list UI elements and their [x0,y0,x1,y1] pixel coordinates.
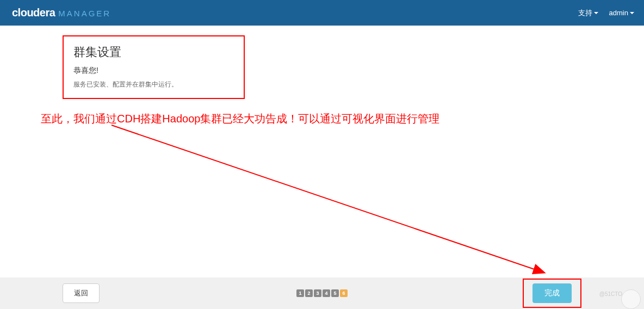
annotation-text: 至此，我们通过CDH搭建Hadoop集群已经大功告成！可以通过可视化界面进行管理 [41,112,439,126]
support-menu[interactable]: 支持 [578,8,598,18]
support-label: 支持 [578,8,592,18]
brand-sub-text: MANAGER [58,9,111,18]
step-4[interactable]: 4 [323,289,330,297]
step-1[interactable]: 1 [296,289,304,297]
caret-down-icon [630,12,634,14]
setup-panel: 群集设置 恭喜您! 服务已安装、配置并在群集中运行。 [63,35,245,99]
step-6[interactable]: 6 [340,289,348,297]
back-button[interactable]: 返回 [63,283,100,303]
finish-highlight: 完成 [523,279,581,308]
step-2[interactable]: 2 [305,289,313,297]
user-menu[interactable]: admin [609,9,634,17]
setup-desc: 服务已安装、配置并在群集中运行。 [73,80,234,89]
watermark-avatar-icon [621,289,641,309]
main-content: 群集设置 恭喜您! 服务已安装、配置并在群集中运行。 [0,26,644,99]
step-indicator: 1 2 3 4 5 6 [296,289,348,297]
step-3[interactable]: 3 [314,289,321,297]
setup-title: 群集设置 [73,44,234,60]
brand-logo-text: cloudera [12,7,55,19]
brand[interactable]: cloudera MANAGER [12,7,111,19]
finish-button[interactable]: 完成 [532,283,572,303]
watermark-text: @51CTO [599,291,622,297]
setup-congrat: 恭喜您! [73,66,234,76]
svg-line-1 [112,125,544,273]
navbar-right: 支持 admin [578,8,634,18]
caret-down-icon [594,12,598,14]
navbar: cloudera MANAGER 支持 admin [0,0,644,26]
annotation-arrow-icon [109,122,566,280]
user-label: admin [609,9,628,17]
step-5[interactable]: 5 [331,289,339,297]
footer-bar: 返回 1 2 3 4 5 6 完成 [0,277,644,309]
